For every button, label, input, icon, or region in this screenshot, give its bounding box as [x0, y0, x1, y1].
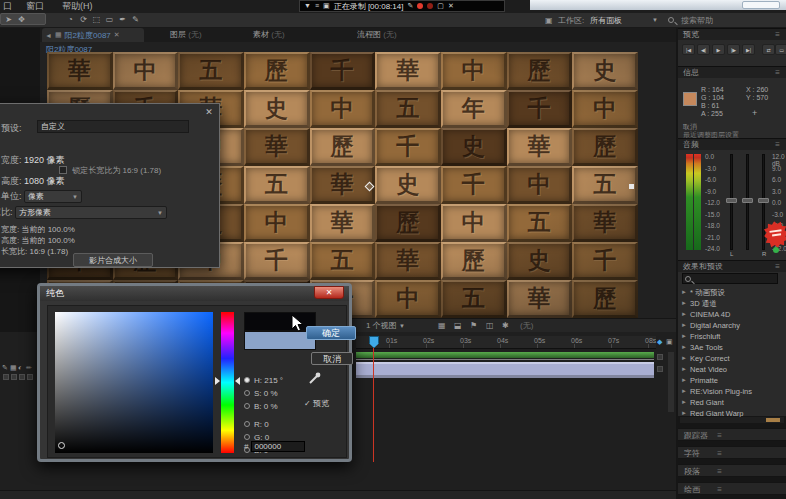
exposure-icon[interactable]: ✱ [502, 320, 509, 332]
transparency-grid-icon[interactable]: ◫ [486, 320, 494, 332]
orbit-camera-tool-icon[interactable]: ⟳ [77, 14, 90, 26]
menu-item-partial[interactable]: 口 [3, 0, 12, 13]
twirl-icon[interactable]: ► [681, 298, 687, 309]
collapsed-panel-menu-icon[interactable]: ≡ [717, 447, 722, 460]
effects-list-item[interactable]: ►Frischluft [678, 331, 786, 342]
grid-guides-icon[interactable]: ▦ [438, 320, 446, 332]
make-comp-size-button[interactable]: 影片合成大小 [73, 253, 153, 267]
timeline-toggle-box-4[interactable] [27, 374, 33, 380]
saturation-radio-row[interactable]: S: 0 % [244, 389, 278, 401]
collapsed-panel-2[interactable]: 字符≡ [678, 446, 786, 459]
info-panel-header[interactable]: 信息 ≡ [678, 66, 786, 78]
recorder-stop-icon[interactable] [427, 3, 433, 9]
audio-slider-handle-both[interactable] [742, 198, 753, 203]
timeline-switch-icon-1[interactable]: ✎ [2, 364, 8, 372]
last-frame-button[interactable]: ▶| [742, 44, 755, 55]
width-value[interactable]: 1920 像素 [24, 155, 65, 165]
timeline-switch-icon-4[interactable]: ✏ [26, 364, 32, 372]
comp-marker-icon[interactable]: ◆ [657, 338, 662, 346]
workspace-caret-icon[interactable]: ▼ [652, 15, 658, 26]
twirl-icon[interactable]: ► [681, 331, 687, 342]
radio-button[interactable] [244, 421, 250, 427]
tab-close-icon[interactable]: ✕ [114, 31, 120, 39]
pixel-aspect-dropdown[interactable]: 方形像素▼ [15, 206, 167, 219]
twirl-icon[interactable]: ► [681, 353, 687, 364]
timeline-toggle-box-2[interactable] [11, 374, 17, 380]
workspace-selector[interactable]: 所有面板 [590, 15, 622, 26]
timeline-switch-icon-2[interactable]: ▦ [10, 364, 17, 372]
background-window-button[interactable] [742, 1, 780, 9]
twirl-icon[interactable]: ► [681, 386, 687, 397]
effects-list-item[interactable]: ►Red Giant [678, 397, 786, 408]
collapsed-panel-4[interactable]: 绘画≡ [678, 482, 786, 495]
recorder-close-icon[interactable]: ✕ [448, 1, 454, 11]
lock-aspect-checkbox[interactable] [59, 166, 67, 174]
prev-frame-button[interactable]: ◀| [697, 44, 710, 55]
timeline-switch-icon-3[interactable]: ◐ [18, 364, 22, 372]
pan-behind-tool-icon[interactable]: ⬚ [90, 14, 103, 26]
effects-list-item[interactable]: ►Primatte [678, 375, 786, 386]
collapsed-panel-menu-icon[interactable]: ≡ [717, 465, 722, 478]
hand-tool-icon[interactable]: ✥ [15, 14, 28, 26]
effects-list-item[interactable]: ►Key Correct [678, 353, 786, 364]
color-selection-marker[interactable] [58, 442, 65, 449]
audio-slider-handle-right[interactable] [758, 198, 769, 203]
effects-list-item[interactable]: ►CINEMA 4D [678, 309, 786, 320]
timeline-ruler[interactable]: 01s02s03s04s05s06s07s08s [356, 336, 656, 349]
hue-slider-arrow-right[interactable] [235, 377, 240, 385]
preset-field[interactable]: 自定义 [37, 120, 189, 133]
effects-presets-panel-header[interactable]: 效果和预设 ≡ [678, 260, 786, 272]
menu-item-window[interactable]: 窗口 [26, 0, 44, 13]
pen-tool-icon[interactable]: ✒ [116, 14, 129, 26]
audio-slider-handle-left[interactable] [726, 198, 737, 203]
hue-radio-row[interactable]: H: 215 ° [244, 376, 283, 388]
red-radio-row[interactable]: R: 0 [244, 420, 269, 432]
collapsed-panel-1[interactable]: 跟踪器≡ [678, 428, 786, 441]
brightness-radio-row[interactable]: B: 0 % [244, 402, 278, 414]
twirl-icon[interactable]: ► [681, 309, 687, 320]
hue-slider-arrow-left[interactable] [215, 377, 220, 385]
twirl-icon[interactable]: ► [681, 342, 687, 353]
ok-button[interactable]: 确定 [306, 326, 356, 340]
effects-list-item[interactable]: ►RE:Vision Plug-ins [678, 386, 786, 397]
tab-layer[interactable]: 图层 (无) [170, 28, 202, 42]
menu-item-help[interactable]: 帮助(H) [62, 0, 93, 13]
color-dialog-titlebar[interactable]: 纯色 [40, 286, 349, 301]
recorder-pencil-icon[interactable]: ✎ [407, 1, 413, 11]
cancel-button[interactable]: 取消 [311, 352, 353, 365]
tab-collapse-icon[interactable]: ◄ [45, 32, 52, 39]
collapsed-panel-3[interactable]: 段落≡ [678, 464, 786, 477]
search-help-field[interactable]: 搜索帮助 [681, 15, 713, 26]
collapsed-panel-menu-icon[interactable]: ≡ [717, 483, 722, 496]
preview-panel-header[interactable]: 预览 ≡ [678, 28, 786, 40]
preview-checkbox-row[interactable]: ✓ 预览 [304, 398, 329, 409]
twirl-icon[interactable]: ► [681, 320, 687, 331]
twirl-icon[interactable]: ► [681, 364, 687, 375]
preview-extra-button-2[interactable]: ▭ [775, 44, 786, 55]
play-button[interactable]: ▶ [712, 44, 725, 55]
timeline-row-icon-2[interactable] [657, 366, 663, 372]
twirl-icon[interactable]: ► [681, 375, 687, 386]
hue-slider[interactable] [221, 312, 234, 453]
audio-panel-header[interactable]: 音频 ≡ [678, 138, 786, 150]
effects-list-item[interactable]: ►3D 通道 [678, 298, 786, 309]
effects-list-item[interactable]: ►3Ae Tools [678, 342, 786, 353]
preview-extra-button-1[interactable]: ⇄ [762, 44, 775, 55]
region-of-interest-icon[interactable]: ⚑ [470, 320, 477, 332]
radio-button[interactable] [244, 403, 250, 409]
effects-hscrollbar-thumb[interactable] [766, 418, 780, 422]
mask-visibility-icon[interactable]: ⬓ [454, 320, 462, 332]
recorder-lock-icon[interactable]: ▢ [437, 1, 444, 11]
radio-button[interactable] [244, 390, 250, 396]
timeline-toggle-box-3[interactable] [19, 374, 25, 380]
recorder-collapse-icon[interactable]: ▼ [304, 1, 311, 11]
effects-list-item[interactable]: ►Digital Anarchy [678, 320, 786, 331]
effects-list-item[interactable]: ►Neat Video [678, 364, 786, 375]
radio-button[interactable] [244, 434, 250, 440]
color-dialog-close-button[interactable]: ✕ [314, 286, 344, 299]
brush-tool-icon[interactable]: ✎ [129, 14, 142, 26]
units-dropdown[interactable]: 像素▼ [24, 190, 82, 203]
selection-tool-icon[interactable]: ➤ [2, 14, 15, 26]
tab-footage[interactable]: 素材 (无) [253, 28, 285, 42]
recorder-menu-icon[interactable]: ≡ [315, 1, 319, 11]
